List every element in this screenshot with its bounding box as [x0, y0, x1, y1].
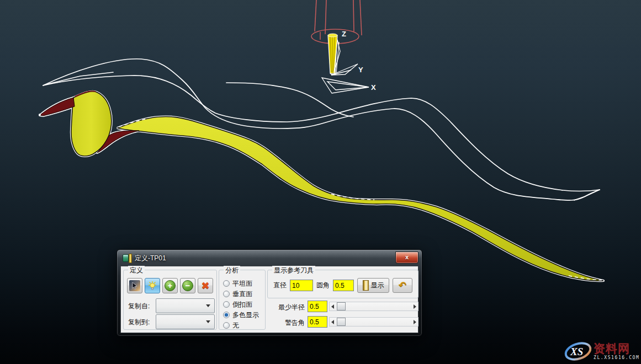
y-axis-label: Y: [358, 66, 363, 74]
delete-button[interactable]: ✖: [198, 278, 213, 293]
lightbulb-icon: [147, 281, 157, 291]
copy-from-dropdown[interactable]: [156, 298, 215, 313]
copy-from-label: 复制自:: [128, 302, 150, 311]
shade-toggle-button[interactable]: [145, 278, 160, 293]
radio-icon[interactable]: [223, 322, 230, 329]
arrow-right-icon[interactable]: [414, 304, 416, 309]
arrow-left-icon[interactable]: [331, 320, 334, 324]
surface-tip-point: [39, 114, 41, 116]
show-tool-button[interactable]: 显示: [357, 278, 389, 293]
min-radius-row: 最少半径: [265, 301, 418, 313]
watermark-logo-text: XS: [570, 346, 583, 357]
chevron-down-icon: [206, 320, 210, 323]
watermark-site-name: 资料网: [594, 342, 639, 354]
watermark-logo-icon: XS: [564, 340, 592, 363]
group-reference-tool: 显示参考刀具 直径 圆角 显示 ↶: [267, 270, 418, 298]
radio-label: 平坦面: [232, 279, 252, 288]
radio-icon[interactable]: [223, 280, 230, 287]
min-radius-input[interactable]: [308, 301, 327, 312]
warning-angle-scrollbar[interactable]: [329, 317, 418, 326]
plus-icon: +: [165, 280, 176, 291]
chevron-down-icon: [206, 304, 210, 307]
minus-icon: −: [182, 280, 193, 291]
corner-radius-label: 圆角: [316, 281, 330, 290]
x-axis-label: X: [371, 83, 376, 92]
define-dialog: 定义-TP01 x 定义 +: [116, 249, 422, 336]
copy-to-dropdown[interactable]: [156, 314, 215, 329]
radio-icon[interactable]: [223, 312, 230, 318]
close-button[interactable]: x: [395, 251, 418, 264]
show-tool-label: 显示: [371, 281, 384, 290]
corner-radius-input[interactable]: [333, 280, 354, 291]
arrow-left-icon[interactable]: [331, 304, 334, 309]
arrow-right-icon[interactable]: [414, 320, 416, 324]
diameter-label: 直径: [273, 281, 287, 290]
cursor-icon: [129, 280, 140, 291]
dialog-app-icon: [123, 254, 131, 262]
radio-label: 倒扣面: [232, 300, 252, 309]
undo-icon: ↶: [399, 280, 406, 291]
radio-multicolor[interactable]: 多色显示: [223, 311, 259, 319]
undo-button[interactable]: ↶: [393, 278, 412, 293]
radio-icon[interactable]: [223, 301, 230, 308]
min-radius-label: 最少半径: [265, 303, 305, 312]
group-define-label: 定义: [128, 266, 145, 275]
diameter-input[interactable]: [290, 280, 313, 291]
min-radius-scrollbar[interactable]: [329, 302, 418, 311]
group-define: 定义 + −: [123, 270, 217, 330]
radio-none[interactable]: 无: [223, 322, 239, 329]
radio-label: 多色显示: [232, 311, 259, 320]
dialog-client-area: 定义 + −: [120, 266, 418, 333]
group-reference-tool-label: 显示参考刀具: [272, 266, 315, 275]
add-button[interactable]: +: [162, 278, 178, 293]
define-toolbar: + − ✖: [127, 278, 213, 293]
copy-to-label: 复制到:: [128, 318, 150, 327]
radio-undercut-face[interactable]: 倒扣面: [223, 301, 252, 308]
radio-icon[interactable]: [223, 291, 230, 297]
group-analysis-label: 分析: [224, 266, 240, 275]
warning-angle-row: 警告角: [265, 316, 418, 328]
radio-label: 无: [232, 321, 239, 330]
delete-x-icon: ✖: [201, 281, 209, 291]
dialog-titlebar[interactable]: 定义-TP01 x: [117, 250, 422, 266]
watermark: XS 资料网 ZL.XS1616.COM: [564, 340, 640, 363]
radio-flat-face[interactable]: 平坦面: [223, 280, 252, 287]
select-cursor-button[interactable]: [127, 278, 142, 293]
radio-vertical-face[interactable]: 垂直面: [223, 290, 252, 298]
warning-angle-input[interactable]: [308, 316, 327, 328]
radio-label: 垂直面: [232, 290, 252, 299]
remove-button[interactable]: −: [180, 278, 195, 293]
tool-icon: [363, 280, 369, 291]
watermark-site-url: ZL.XS1616.COM: [594, 356, 639, 360]
group-analysis: 分析 平坦面 垂直面 倒扣面 多色显示 无: [219, 270, 266, 330]
warning-angle-label: 警告角: [265, 318, 305, 328]
z-axis-label: Z: [342, 30, 346, 38]
scrollbar-thumb[interactable]: [337, 318, 346, 326]
scrollbar-thumb[interactable]: [337, 302, 346, 311]
dialog-title: 定义-TP01: [135, 254, 166, 263]
